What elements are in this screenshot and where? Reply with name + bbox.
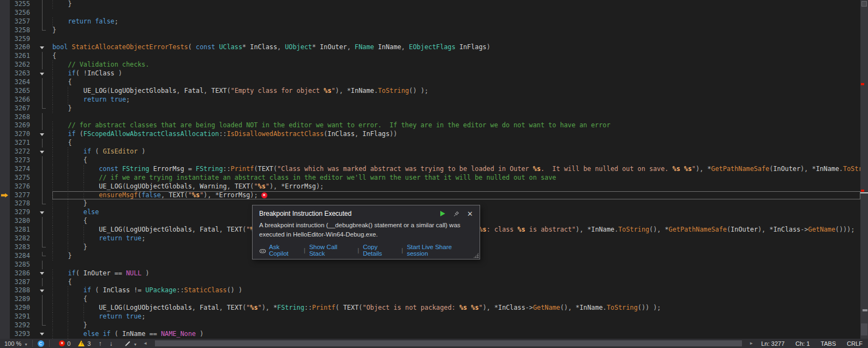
code-text[interactable]: const FString ErrorMsg = FString::Printf… — [52, 165, 860, 174]
line-number[interactable]: 3257 — [10, 17, 35, 26]
line-number[interactable]: 3259 — [10, 35, 35, 44]
code-text[interactable]: } — [52, 321, 860, 330]
code-text[interactable]: } — [52, 26, 860, 35]
code-line[interactable]: 3266 return true; — [0, 96, 860, 104]
error-indicator[interactable]: 0 — [55, 340, 74, 347]
code-text[interactable]: ensureMsgf(false, TEXT("%s"), *ErrorMsg)… — [52, 191, 860, 200]
code-line[interactable]: 3257 return false; — [0, 17, 860, 26]
code-line[interactable]: 3288 if ( InClass != UPackage::StaticCla… — [0, 286, 860, 295]
code-text[interactable] — [52, 113, 860, 122]
code-text[interactable]: if( !InClass ) — [52, 69, 860, 78]
breakpoint-margin[interactable] — [0, 278, 10, 287]
code-line[interactable]: 3262 // Validation checks. — [0, 61, 860, 69]
code-text[interactable]: } — [52, 104, 860, 113]
breakpoint-margin[interactable] — [0, 78, 10, 87]
code-line[interactable]: 3290 UE_LOG(LogUObjectGlobals, Fatal, TE… — [0, 304, 860, 312]
code-text[interactable]: { — [52, 139, 860, 148]
breakpoint-margin[interactable] — [0, 113, 10, 122]
close-icon[interactable] — [466, 210, 474, 217]
code-line[interactable]: 3269 // for abstract classes that are be… — [0, 121, 860, 130]
breakpoint-margin[interactable] — [0, 252, 10, 261]
collapse-arrow-icon[interactable] — [40, 133, 44, 136]
code-line[interactable]: 3255 } — [0, 0, 860, 9]
code-text[interactable]: if ( GIsEditor ) — [52, 148, 860, 156]
code-text[interactable]: else if ( InName == NAME_None ) — [52, 330, 860, 339]
code-line[interactable]: 3285 — [0, 261, 860, 269]
line-number[interactable]: 3283 — [10, 243, 35, 252]
breakpoint-margin[interactable] — [0, 304, 10, 312]
warning-indicator[interactable]: 3 — [74, 340, 94, 347]
code-text[interactable]: { — [52, 278, 860, 287]
code-line[interactable]: 3260bool StaticAllocateObjectErrorTests(… — [0, 43, 860, 52]
code-text[interactable]: // Validation checks. — [52, 61, 860, 69]
indent-mode-indicator[interactable]: TABS — [815, 340, 841, 347]
breakpoint-margin[interactable] — [0, 96, 10, 104]
start-live-share-link[interactable]: Start Live Share session — [407, 244, 473, 257]
code-text[interactable]: { — [52, 295, 860, 304]
line-indicator[interactable]: Ln: 3277 — [756, 340, 790, 347]
code-line[interactable]: 3261{ — [0, 52, 860, 61]
fold-margin[interactable] — [35, 269, 52, 278]
breakpoint-margin[interactable] — [0, 165, 10, 174]
breakpoint-margin[interactable] — [0, 9, 10, 17]
code-text[interactable]: UE_LOG(LogUObjectGlobals, Fatal, TEXT("E… — [52, 87, 860, 96]
code-line[interactable]: 3293 else if ( InName == NAME_None ) — [0, 330, 860, 339]
code-text[interactable]: return true; — [52, 312, 860, 321]
line-number[interactable]: 3286 — [10, 269, 35, 278]
code-text[interactable] — [52, 9, 860, 17]
line-number[interactable]: 3291 — [10, 312, 35, 321]
fold-margin[interactable] — [35, 43, 52, 52]
breakpoint-margin[interactable] — [0, 61, 10, 69]
collapse-arrow-icon[interactable] — [40, 272, 44, 275]
line-number[interactable]: 3268 — [10, 113, 35, 122]
line-number[interactable]: 3256 — [10, 9, 35, 17]
fold-margin[interactable] — [35, 208, 52, 217]
code-line[interactable]: 3272 if ( GIsEditor ) — [0, 148, 860, 156]
code-text[interactable]: UE_LOG(LogUObjectGlobals, Fatal, TEXT("%… — [52, 304, 860, 312]
ask-copilot-link[interactable]: Ask Copilot — [269, 244, 300, 257]
code-text[interactable]: { — [52, 52, 860, 61]
code-text[interactable]: if ( InClass != UPackage::StaticClass() … — [52, 286, 860, 295]
collapse-arrow-icon[interactable] — [40, 290, 44, 292]
collapse-arrow-icon[interactable] — [40, 73, 44, 75]
copy-details-link[interactable]: Copy Details — [363, 244, 397, 257]
code-text[interactable]: { — [52, 156, 860, 165]
line-number[interactable]: 3276 — [10, 182, 35, 191]
line-number[interactable]: 3285 — [10, 261, 35, 269]
scrollbar-options-button[interactable] — [861, 1, 867, 7]
line-number[interactable]: 3266 — [10, 96, 35, 104]
code-line[interactable]: 3292 } — [0, 321, 860, 330]
line-number[interactable]: 3263 — [10, 69, 35, 78]
line-number[interactable]: 3282 — [10, 234, 35, 243]
code-text[interactable]: } — [52, 0, 860, 9]
breakpoint-margin[interactable] — [0, 217, 10, 226]
breakpoint-margin[interactable] — [0, 17, 10, 26]
breakpoint-margin[interactable] — [0, 261, 10, 269]
horizontal-scrollbar-thumb[interactable] — [155, 340, 742, 346]
code-text[interactable]: UE_LOG(LogUObjectGlobals, Warning, TEXT(… — [52, 182, 860, 191]
line-number[interactable]: 3255 — [10, 0, 35, 9]
code-line[interactable]: 3271 { — [0, 139, 860, 148]
code-line[interactable]: 3291 return true; — [0, 312, 860, 321]
code-editor[interactable]: 3255 }32563257 return false;3258}3259326… — [0, 0, 860, 339]
vertical-scrollbar[interactable] — [860, 0, 868, 339]
line-number[interactable]: 3277 — [10, 191, 35, 200]
line-number[interactable]: 3272 — [10, 148, 35, 156]
fold-margin[interactable] — [35, 286, 52, 295]
breakpoint-margin[interactable] — [0, 234, 10, 243]
line-number[interactable]: 3267 — [10, 104, 35, 113]
scroll-left-arrow[interactable] — [141, 341, 149, 346]
code-line[interactable]: 3274 const FString ErrorMsg = FString::P… — [0, 165, 860, 174]
code-line[interactable]: 3256 — [0, 9, 860, 17]
horizontal-scrollbar[interactable] — [150, 339, 746, 348]
line-number[interactable]: 3269 — [10, 121, 35, 130]
breakpoint-margin[interactable] — [0, 182, 10, 191]
breakpoint-margin[interactable] — [0, 87, 10, 96]
code-text[interactable]: // if we are trying instantiate an abstr… — [52, 174, 860, 182]
sync-status-icon[interactable] — [38, 340, 44, 347]
breakpoint-margin[interactable] — [0, 156, 10, 165]
fold-margin[interactable] — [35, 148, 52, 156]
line-number[interactable]: 3284 — [10, 252, 35, 261]
pin-icon[interactable] — [452, 210, 460, 217]
code-text[interactable]: return false; — [52, 17, 860, 26]
